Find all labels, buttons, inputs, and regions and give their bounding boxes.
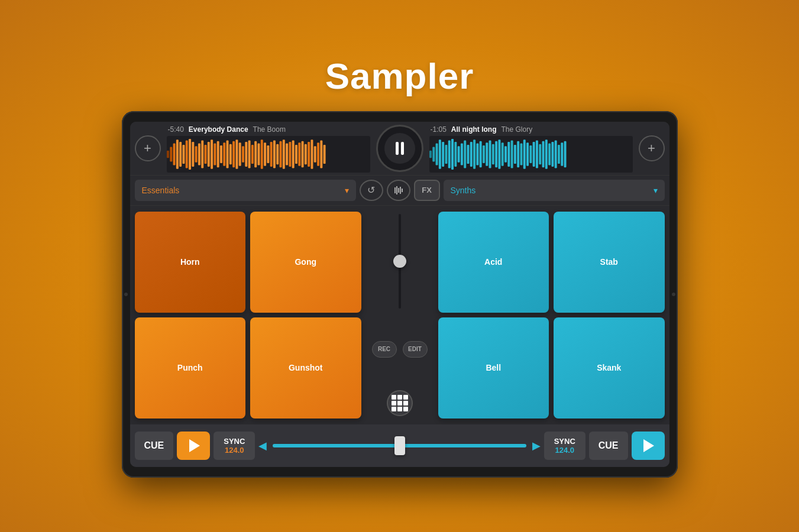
add-right-button[interactable]: +: [639, 135, 665, 161]
svg-rect-46: [310, 140, 313, 169]
svg-rect-75: [504, 146, 507, 162]
turntable[interactable]: [376, 125, 423, 172]
svg-rect-87: [542, 141, 544, 167]
deck-left-artist: The Boom: [253, 125, 286, 134]
svg-rect-66: [476, 143, 478, 165]
pad-gong[interactable]: Gong: [250, 212, 361, 313]
svg-rect-18: [223, 142, 225, 166]
pad-acid[interactable]: Acid: [438, 212, 549, 313]
pad-skank[interactable]: Skank: [554, 317, 665, 419]
svg-rect-25: [245, 141, 247, 166]
svg-rect-67: [479, 141, 481, 167]
svg-rect-30: [260, 140, 263, 169]
essentials-dropdown[interactable]: Essentials ▾: [135, 180, 356, 201]
eq-button[interactable]: [387, 180, 410, 201]
pad-gunshot[interactable]: Gunshot: [250, 317, 361, 419]
svg-rect-32: [267, 145, 269, 163]
svg-rect-78: [513, 144, 516, 163]
cue-left-button[interactable]: CUE: [135, 432, 174, 460]
svg-rect-72: [495, 141, 497, 167]
sync-left-button[interactable]: SYNC 124.0: [214, 432, 255, 460]
fader-knob[interactable]: [393, 255, 406, 268]
deck-right-info: -1:05 All night long The Glory: [427, 122, 635, 135]
grid-icon: [392, 395, 408, 411]
grid-button[interactable]: [387, 390, 413, 416]
pad-acid-label: Acid: [484, 257, 502, 267]
svg-rect-55: [442, 141, 444, 166]
svg-rect-10: [198, 143, 200, 165]
crossfader-arrow-right-icon: ▶: [532, 439, 541, 452]
svg-rect-33: [270, 141, 272, 166]
svg-rect-13: [207, 141, 209, 166]
speaker-left-dot: [124, 293, 128, 296]
svg-rect-83: [529, 145, 532, 163]
svg-rect-3: [176, 140, 178, 169]
waveform-right: [429, 136, 633, 173]
svg-rect-35: [276, 144, 279, 164]
svg-rect-58: [451, 138, 454, 169]
play-left-button[interactable]: [177, 432, 210, 460]
svg-rect-20: [229, 144, 231, 164]
edit-button[interactable]: EDIT: [403, 341, 428, 358]
svg-rect-74: [501, 142, 503, 166]
svg-rect-48: [317, 142, 319, 166]
rec-label: REC: [378, 346, 390, 352]
svg-rect-76: [507, 141, 510, 166]
cue-right-label: CUE: [599, 440, 619, 451]
svg-rect-27: [251, 144, 253, 163]
refresh-button[interactable]: ↺: [360, 180, 383, 201]
cue-left-label: CUE: [144, 440, 164, 451]
svg-rect-29: [257, 143, 260, 165]
speaker-right-dot: [672, 293, 675, 296]
add-left-button[interactable]: +: [135, 135, 161, 161]
svg-rect-91: [554, 140, 557, 168]
turntable-inner: [384, 133, 415, 164]
pad-bell[interactable]: Bell: [438, 317, 549, 419]
deck-right-artist: The Glory: [502, 125, 533, 134]
play-right-button[interactable]: [632, 432, 665, 460]
svg-rect-17: [219, 145, 222, 163]
fx-button[interactable]: FX: [414, 180, 440, 201]
crossfader[interactable]: [273, 437, 526, 454]
svg-rect-28: [254, 141, 257, 167]
svg-rect-60: [457, 146, 460, 162]
sync-right-button[interactable]: SYNC 124.0: [544, 432, 585, 460]
svg-rect-95: [394, 187, 396, 193]
pad-gunshot-label: Gunshot: [289, 363, 323, 372]
sync-left-label: SYNC: [224, 437, 245, 446]
svg-rect-70: [489, 140, 491, 168]
pad-gong-label: Gong: [295, 257, 316, 267]
svg-rect-84: [532, 141, 535, 166]
svg-rect-43: [301, 141, 303, 167]
fx-label: FX: [422, 186, 432, 194]
svg-rect-22: [235, 140, 238, 169]
tablet-screen: + -5:40 Everybody Dance The Boom: [130, 122, 669, 467]
svg-rect-42: [298, 142, 300, 166]
deck-left-track: Everybody Dance: [189, 125, 248, 134]
svg-rect-64: [470, 141, 472, 166]
svg-rect-90: [551, 141, 554, 166]
pad-bell-label: Bell: [486, 363, 501, 372]
pad-stab[interactable]: Stab: [554, 212, 665, 313]
svg-rect-61: [460, 143, 462, 165]
svg-rect-15: [214, 143, 216, 165]
svg-rect-8: [192, 141, 194, 166]
rec-button[interactable]: REC: [372, 341, 397, 358]
svg-rect-82: [526, 142, 529, 166]
pad-horn[interactable]: Horn: [135, 212, 246, 313]
fader-track[interactable]: [399, 214, 401, 309]
pads-right: Acid Stab Bell Skank: [438, 212, 665, 419]
synths-label: Synths: [451, 186, 476, 195]
svg-rect-26: [248, 140, 250, 168]
pad-punch[interactable]: Punch: [135, 317, 246, 419]
svg-rect-63: [467, 144, 469, 163]
svg-rect-16: [216, 141, 219, 167]
svg-rect-59: [454, 141, 457, 166]
synths-dropdown[interactable]: Synths ▾: [444, 180, 665, 201]
deck-right-track: All night long: [451, 125, 497, 134]
crossfader-handle[interactable]: [394, 436, 405, 455]
cue-right-button[interactable]: CUE: [589, 432, 628, 460]
sync-right-label: SYNC: [554, 437, 575, 446]
edit-label: EDIT: [408, 346, 422, 352]
svg-rect-23: [238, 142, 241, 166]
